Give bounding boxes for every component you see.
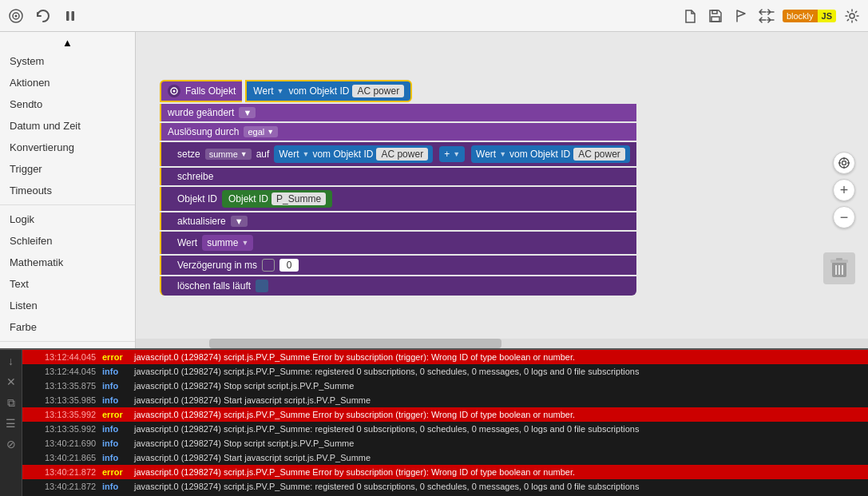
- checkbox-block[interactable]: [256, 280, 268, 292]
- log-row: 13:40:21.690infojavascript.0 (1298274) S…: [22, 436, 868, 450]
- file-icon[interactable]: [680, 6, 700, 26]
- sidebar-item-mathematik[interactable]: Mathematik: [0, 252, 135, 273]
- refresh-icon[interactable]: [34, 6, 53, 26]
- blockly-js-switch[interactable]: blockly JS: [783, 10, 836, 22]
- log-timestamp: 13:12:44.045: [22, 352, 102, 362]
- svg-rect-18: [836, 258, 842, 260]
- canvas-area[interactable]: Falls Objekt Wert ▼ vom Objekt ID AC pow…: [136, 32, 868, 348]
- log-timestamp: 13:13:35.992: [22, 410, 102, 419]
- plus-block[interactable]: + ▼: [439, 146, 465, 162]
- falls-objekt-block[interactable]: Falls Objekt Wert ▼ vom Objekt ID AC pow…: [160, 80, 636, 296]
- delay-value[interactable]: 0: [279, 259, 299, 272]
- log-row: 13:12:44.045errorjavascript.0 (1298274) …: [22, 350, 868, 364]
- objekt-id-block[interactable]: Objekt ID P_Summe: [222, 190, 332, 208]
- sidebar-item-system[interactable]: System: [0, 50, 135, 72]
- log-timestamp: 13:40:21.872: [22, 467, 102, 477]
- sidebar-item-schleifen[interactable]: Schleifen: [0, 230, 135, 252]
- sidebar: ▲ System Aktionen Sendto Datum und Zeit …: [0, 32, 136, 348]
- sidebar-divider: [0, 204, 135, 205]
- log-download-icon[interactable]: ↓: [3, 353, 19, 369]
- log-container: ↓ ✕ ⧉ ☰ ⊘ 13:12:44.045errorjavascript.0 …: [0, 348, 868, 496]
- log-message: javascript.0 (1298274) script.js.PV.P_Su…: [134, 367, 868, 376]
- sidebar-item-text[interactable]: Text: [0, 273, 135, 295]
- summe-dropdown[interactable]: summe ▼: [205, 149, 252, 160]
- gear-icon[interactable]: [842, 6, 862, 26]
- canvas-controls: + −: [833, 152, 855, 228]
- svg-point-9: [173, 90, 176, 93]
- arrows-icon[interactable]: [757, 6, 776, 26]
- summe-value-block[interactable]: summe ▼: [202, 235, 253, 251]
- target-icon[interactable]: [6, 6, 26, 26]
- scrollbar-thumb[interactable]: [209, 339, 502, 348]
- log-message: javascript.0 (1298274) Start javascript …: [134, 453, 868, 462]
- zoom-out-btn[interactable]: −: [833, 206, 855, 228]
- log-message: javascript.0 (1298274) Stop script scrip…: [134, 381, 868, 391]
- log-row: 13:13:35.875infojavascript.0 (1298274) S…: [22, 379, 868, 393]
- log-message: javascript.0 (1298274) script.js.PV.P_Su…: [134, 424, 868, 434]
- log-message: javascript.0 (1298274) Start javascript …: [134, 395, 868, 405]
- log-copy-icon[interactable]: ⧉: [3, 395, 19, 411]
- wert-block-inline[interactable]: Wert ▼ vom Objekt ID AC power: [274, 145, 433, 163]
- zoom-target-btn[interactable]: [833, 152, 855, 174]
- ac-power-chip-1[interactable]: AC power: [352, 85, 404, 97]
- ac-power-chip-3[interactable]: AC power: [573, 148, 625, 161]
- pause-icon[interactable]: [61, 6, 80, 26]
- sidebar-item-aktionen[interactable]: Aktionen: [0, 72, 135, 93]
- sidebar-item-timeouts[interactable]: Timeouts: [0, 180, 135, 201]
- log-timestamp: 13:40:21.690: [22, 438, 102, 448]
- log-level: error: [102, 467, 134, 477]
- ac-power-chip-2[interactable]: AC power: [376, 148, 428, 161]
- log-timestamp: 13:40:21.865: [22, 453, 102, 462]
- log-timestamp: 13:13:35.985: [22, 395, 102, 405]
- sidebar-divider-2: [0, 341, 135, 342]
- log-row: 13:40:21.872errorjavascript.0 (1298274) …: [22, 465, 868, 479]
- wert-chevron: ▼: [276, 87, 283, 95]
- sidebar-item-farbe[interactable]: Farbe: [0, 316, 135, 338]
- log-list-icon[interactable]: ☰: [3, 415, 19, 431]
- aktualisiere-dropdown[interactable]: ▼: [231, 216, 248, 227]
- log-row: 13:13:35.992errorjavascript.0 (1298274) …: [22, 407, 868, 422]
- sidebar-item-listen[interactable]: Listen: [0, 295, 135, 316]
- svg-point-11: [842, 161, 846, 165]
- sidebar-item-sendto[interactable]: Sendto: [0, 93, 135, 115]
- sidebar-item-datum-zeit[interactable]: Datum und Zeit: [0, 115, 135, 137]
- log-level: info: [102, 482, 134, 491]
- verzoegerung-label: Verzögerung in ms: [177, 260, 257, 271]
- sidebar-item-logik[interactable]: Logik: [0, 208, 135, 230]
- toolbar-left: [6, 6, 80, 26]
- auslosung-label: Auslösung durch: [168, 126, 239, 137]
- log-row: 13:40:21.872infojavascript.0 (1298274) s…: [22, 479, 868, 494]
- canvas-scrollbar[interactable]: [136, 339, 868, 348]
- scroll-up[interactable]: ▲: [0, 35, 135, 50]
- trash-btn[interactable]: [823, 252, 855, 284]
- setze-label: setze: [177, 149, 200, 160]
- log-message: javascript.0 (1298274) script.js.PV.P_Su…: [134, 467, 868, 477]
- toolbar-right: blockly JS: [680, 6, 862, 26]
- js-label[interactable]: JS: [818, 10, 836, 22]
- log-filter-icon[interactable]: ⊘: [3, 436, 19, 452]
- flag-icon[interactable]: [731, 6, 751, 26]
- svg-rect-5: [712, 10, 717, 14]
- aktualisiere-label: aktualisiere: [177, 216, 226, 227]
- block-icon: [168, 85, 180, 97]
- log-row: 13:13:35.992infojavascript.0 (1298274) s…: [22, 422, 868, 436]
- egal-dropdown[interactable]: egal ▼: [244, 126, 278, 137]
- auf-label: auf: [256, 149, 270, 160]
- sidebar-item-konvertierung[interactable]: Konvertierung: [0, 137, 135, 158]
- schreibe-label: schreibe: [177, 171, 213, 182]
- falls-objekt-label: Falls Objekt: [185, 85, 236, 97]
- log-level: error: [102, 352, 134, 362]
- zoom-in-btn[interactable]: +: [833, 179, 855, 201]
- log-clear-icon[interactable]: ✕: [3, 374, 19, 390]
- log-timestamp: 13:13:35.992: [22, 424, 102, 434]
- sidebar-item-trigger[interactable]: Trigger: [0, 158, 135, 180]
- wert-label: Wert: [253, 85, 273, 97]
- wert-block-2[interactable]: Wert ▼ vom Objekt ID AC power: [471, 145, 630, 163]
- log-level: info: [102, 438, 134, 448]
- wurde-geaendert-dropdown[interactable]: ▼: [239, 107, 256, 118]
- objekt-id-label: Objekt ID: [177, 193, 217, 204]
- blockly-label[interactable]: blockly: [783, 10, 818, 22]
- save-icon[interactable]: [706, 6, 725, 26]
- p-summe-chip[interactable]: P_Summe: [271, 192, 326, 205]
- log-level: info: [102, 424, 134, 434]
